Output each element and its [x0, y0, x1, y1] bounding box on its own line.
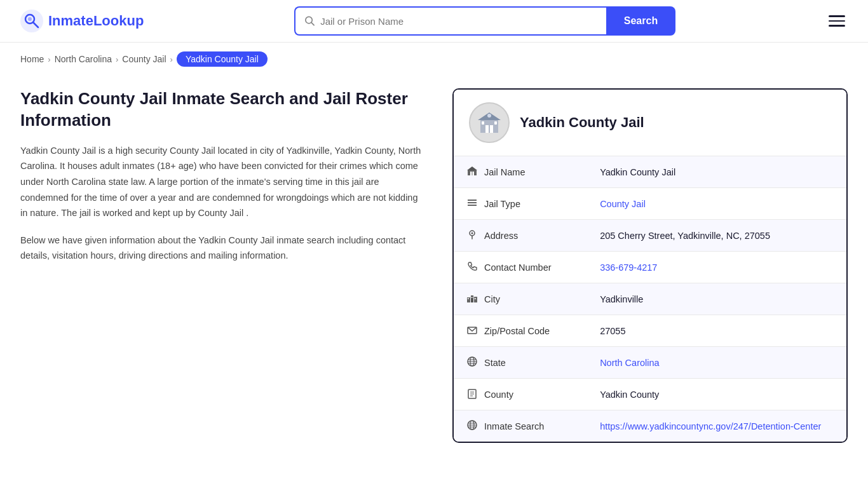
logo-icon: [20, 10, 43, 32]
svg-point-21: [471, 233, 473, 234]
info-card: Yadkin County Jail Jail NameYadkin Count…: [452, 88, 848, 443]
jail-avatar: [469, 102, 510, 143]
field-label-address: Address: [454, 220, 581, 251]
svg-line-5: [311, 22, 314, 25]
svg-rect-13: [468, 170, 477, 175]
card-title: Yadkin County Jail: [520, 114, 644, 131]
field-icon-city: [466, 292, 478, 306]
search-button[interactable]: Search: [606, 6, 675, 36]
field-label-county: County: [454, 379, 581, 410]
field-value-jail_name: Yadkin County Jail: [587, 156, 846, 188]
breadcrumb-state[interactable]: North Carolina: [55, 54, 112, 64]
svg-point-0: [20, 10, 43, 32]
description-2: Below we have given information about th…: [20, 233, 427, 264]
description-1: Yadkin County Jail is a high security Co…: [20, 143, 427, 221]
right-column: Yadkin County Jail Jail NameYadkin Count…: [452, 88, 848, 443]
table-row: CountyYadkin County: [454, 379, 846, 410]
field-label-state: State: [454, 347, 581, 378]
svg-rect-10: [487, 114, 491, 118]
breadcrumb-sep-1: ›: [48, 55, 50, 64]
breadcrumb-type[interactable]: County Jail: [122, 54, 166, 64]
search-icon: [304, 15, 315, 27]
field-value-city: Yadkinville: [587, 283, 846, 315]
field-icon-contact: [466, 261, 478, 274]
site-logo[interactable]: InmateLookup: [20, 10, 144, 32]
hamburger-menu[interactable]: [826, 13, 848, 29]
field-icon-jail_type: [466, 197, 478, 210]
field-value-jail_type[interactable]: County Jail: [587, 188, 846, 220]
breadcrumb-home[interactable]: Home: [20, 54, 44, 64]
field-icon-state: [466, 356, 478, 369]
card-header: Yadkin County Jail: [454, 90, 846, 156]
field-value-contact[interactable]: 336-679-4217: [587, 252, 846, 283]
table-row: CityYadkinville: [454, 283, 846, 315]
breadcrumb: Home › North Carolina › County Jail › Ya…: [0, 43, 868, 76]
breadcrumb-active: Yadkin County Jail: [177, 51, 268, 67]
left-column: Yadkin County Jail Inmate Search and Jai…: [20, 88, 427, 275]
table-row: StateNorth Carolina: [454, 347, 846, 379]
svg-rect-25: [468, 298, 469, 299]
svg-rect-26: [471, 297, 473, 298]
field-label-inmate_search: Inmate Search: [454, 410, 581, 442]
table-row: Jail TypeCounty Jail: [454, 188, 846, 220]
svg-rect-16: [473, 172, 475, 175]
page-title: Yadkin County Jail Inmate Search and Jai…: [20, 88, 427, 132]
search-input-wrapper: [294, 6, 606, 36]
table-row: Contact Number336-679-4217: [454, 252, 846, 283]
table-row: Address205 Cherry Street, Yadkinville, N…: [454, 220, 846, 252]
search-bar: Search: [294, 6, 675, 36]
breadcrumb-sep-2: ›: [116, 55, 118, 64]
breadcrumb-sep-3: ›: [170, 55, 173, 64]
logo-text: InmateLookup: [48, 13, 144, 29]
field-icon-county: [466, 388, 478, 401]
svg-rect-15: [470, 172, 472, 175]
field-value-inmate_search[interactable]: https://www.yadkincountync.gov/247/Deten…: [587, 410, 846, 442]
field-icon-address: [466, 229, 478, 242]
field-label-zip: Zip/Postal Code: [454, 315, 581, 346]
field-value-state[interactable]: North Carolina: [587, 347, 846, 379]
svg-rect-23: [471, 295, 473, 302]
svg-rect-24: [474, 297, 477, 302]
field-icon-jail_name: [466, 165, 478, 179]
table-row: Zip/Postal Code27055: [454, 315, 846, 347]
svg-point-3: [28, 17, 32, 21]
building-icon: [475, 109, 503, 137]
svg-rect-12: [494, 121, 497, 125]
field-label-city: City: [454, 283, 581, 315]
field-value-address: 205 Cherry Street, Yadkinville, NC, 2705…: [587, 220, 846, 252]
field-icon-zip: [466, 324, 478, 337]
field-value-county: Yadkin County: [587, 379, 846, 410]
field-label-jail_type: Jail Type: [454, 188, 581, 219]
svg-rect-8: [490, 125, 493, 133]
table-row: Inmate Searchhttps://www.yadkincountync.…: [454, 410, 846, 442]
svg-rect-27: [475, 298, 476, 299]
search-input[interactable]: [320, 16, 597, 27]
main-content: Yadkin County Jail Inmate Search and Jai…: [0, 76, 868, 468]
svg-rect-7: [485, 125, 489, 133]
field-label-contact: Contact Number: [454, 252, 581, 283]
field-icon-inmate_search: [466, 419, 478, 433]
info-table: Jail NameYadkin County JailJail TypeCoun…: [454, 156, 846, 442]
svg-marker-14: [467, 166, 477, 170]
field-value-zip: 27055: [587, 315, 846, 347]
table-row: Jail NameYadkin County Jail: [454, 156, 846, 188]
field-label-jail_name: Jail Name: [454, 156, 581, 187]
svg-rect-11: [482, 121, 484, 125]
